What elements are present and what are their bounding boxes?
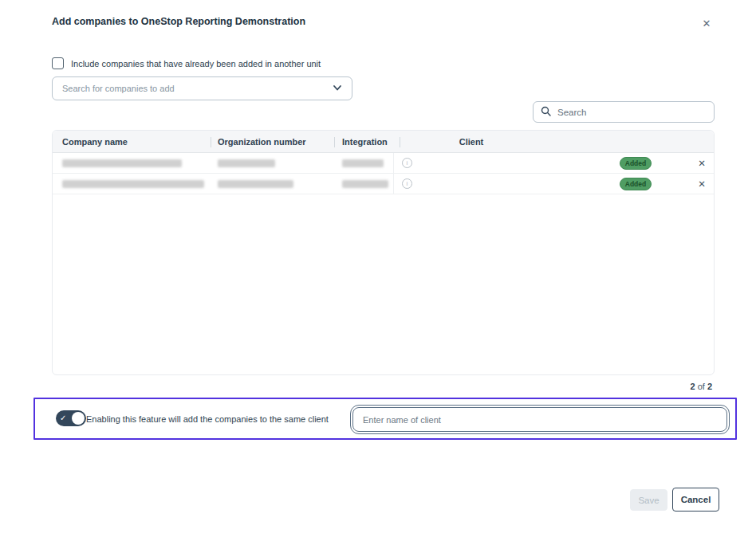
pagination-current: 2 [690, 382, 695, 391]
same-client-toggle[interactable]: ✓ [56, 410, 86, 426]
remove-row-icon[interactable]: ✕ [695, 178, 708, 190]
redacted-integration [342, 180, 388, 188]
column-header-company: Company name [62, 137, 128, 147]
column-header-integration: Integration [342, 137, 388, 147]
table-row: i Added ✕ [53, 153, 714, 174]
close-icon[interactable]: ✕ [699, 16, 715, 32]
redacted-organization-number [218, 180, 293, 188]
cancel-button[interactable]: Cancel [672, 488, 719, 512]
info-icon[interactable]: i [402, 158, 412, 168]
save-button[interactable]: Save [630, 489, 667, 511]
redacted-company-name [62, 159, 182, 167]
table-search-box [533, 101, 715, 123]
client-cell: i Added ✕ [393, 153, 714, 174]
same-client-highlight-box: ✓ Enabling this feature will add the com… [33, 398, 737, 440]
redacted-organization-number [218, 159, 275, 167]
header-divider [334, 137, 335, 147]
table-header-row: Company name Organization number Integra… [53, 131, 714, 153]
same-client-toggle-label: Enabling this feature will add the compa… [86, 414, 329, 424]
header-divider [400, 137, 400, 147]
include-companies-row: Include companies that have already been… [52, 57, 321, 69]
company-search-select-placeholder: Search for companies to add [62, 84, 333, 93]
company-search-select[interactable]: Search for companies to add [52, 76, 352, 100]
check-icon: ✓ [60, 413, 66, 424]
include-companies-checkbox[interactable] [52, 57, 64, 69]
table-row: i Added ✕ [53, 174, 714, 194]
search-input[interactable] [557, 108, 707, 117]
client-name-input[interactable] [352, 407, 727, 432]
pagination-total: 2 [707, 382, 712, 391]
chevron-down-icon [333, 81, 342, 96]
column-header-organization: Organization number [218, 137, 306, 147]
remove-row-icon[interactable]: ✕ [695, 157, 708, 170]
status-badge: Added [620, 178, 652, 190]
add-companies-modal: ✕ Add companies to OneStop Reporting Dem… [0, 0, 756, 537]
redacted-company-name [62, 180, 204, 188]
pagination-count: 2 of 2 [690, 382, 712, 391]
page-title: Add companies to OneStop Reporting Demon… [52, 16, 305, 27]
search-icon [541, 105, 551, 120]
info-icon[interactable]: i [402, 178, 412, 189]
redacted-integration [342, 159, 384, 167]
companies-table: Company name Organization number Integra… [52, 130, 715, 375]
column-header-client: Client [408, 137, 535, 147]
include-companies-label: Include companies that have already been… [71, 59, 321, 69]
pagination-separator: of [698, 382, 705, 391]
status-badge: Added [620, 157, 652, 170]
toggle-knob [72, 412, 85, 425]
client-cell: i Added ✕ [393, 174, 714, 194]
header-divider [211, 137, 211, 147]
